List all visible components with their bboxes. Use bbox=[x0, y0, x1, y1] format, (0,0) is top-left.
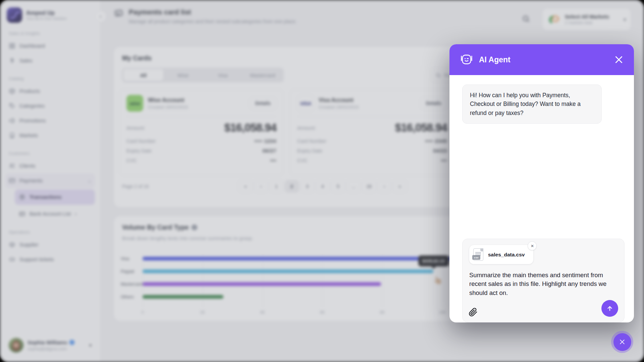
search-icon[interactable] bbox=[522, 15, 530, 23]
sidebar-item-dashboard[interactable]: Dashboard bbox=[5, 39, 95, 53]
pagination-last-button[interactable]: » bbox=[393, 180, 407, 192]
chevron-right-icon: › bbox=[75, 211, 76, 217]
details-button[interactable]: Details bbox=[420, 97, 447, 109]
sidebar-item-promotions[interactable]: Promotions bbox=[5, 113, 95, 128]
sidebar-item-label: Supplier bbox=[19, 242, 39, 248]
tab-all[interactable]: All bbox=[123, 69, 163, 81]
row-value: 04/23 bbox=[433, 148, 447, 154]
sidebar-item-label: Dashboard bbox=[19, 43, 45, 49]
sidebar-subitem-label: Bank Account List bbox=[30, 211, 71, 217]
page-title-icon bbox=[114, 9, 124, 19]
pagination-page-16[interactable]: 16 bbox=[362, 180, 376, 192]
market-logo-icon bbox=[547, 13, 561, 26]
bar-label-visa: Visa bbox=[121, 256, 143, 261]
pagination-page-1[interactable]: 1 bbox=[270, 180, 283, 192]
attachment-chip: csv sales_data.csv ✕ bbox=[469, 245, 533, 264]
user-name: Sophia Williams bbox=[28, 340, 67, 346]
close-icon[interactable] bbox=[614, 55, 624, 65]
tab-visa[interactable]: Visa bbox=[203, 69, 243, 81]
amount-label: Amount: bbox=[126, 125, 145, 131]
pagination-status: Page 2 of 16 bbox=[122, 184, 149, 189]
sidebar-item-clients[interactable]: Clients bbox=[5, 159, 95, 173]
search-icon bbox=[435, 72, 441, 78]
close-icon bbox=[619, 339, 626, 345]
ai-agent-body: Hi! How can I help you with Payments, Ch… bbox=[449, 75, 634, 322]
row-value: ••• bbox=[441, 158, 447, 163]
details-button[interactable]: Details bbox=[250, 97, 276, 109]
sidebar-collapse-button[interactable]: ‹ bbox=[95, 11, 106, 22]
ai-agent-panel: AI Agent Hi! How can I help you with Pay… bbox=[449, 44, 634, 322]
sidebar-item-label: Categories bbox=[19, 103, 45, 109]
remove-attachment-button[interactable]: ✕ bbox=[528, 241, 537, 250]
chart-x-axis: 0 2K 4K 6K 8K 10K bbox=[143, 310, 442, 315]
sidebar-item-support-tickets[interactable]: Support tickets bbox=[5, 252, 95, 267]
sidebar-subitem-transactions[interactable]: Transactions bbox=[15, 189, 95, 205]
supplier-icon bbox=[9, 241, 15, 248]
message-composer[interactable]: csv sales_data.csv ✕ Summarize the main … bbox=[462, 239, 625, 322]
sales-icon bbox=[9, 57, 15, 64]
pagination-page-3[interactable]: 3 bbox=[301, 180, 314, 192]
section-label-operations: Operations bbox=[9, 230, 92, 235]
bar-mastercard[interactable] bbox=[143, 282, 381, 286]
sidebar-item-supplier[interactable]: Supplier bbox=[5, 237, 95, 252]
market-selector-label: Select All Markets bbox=[565, 14, 609, 20]
user-profile[interactable]: Sophia Williams✓ sophia@alignui.com ▾ bbox=[5, 335, 95, 356]
bar-visa[interactable] bbox=[143, 257, 451, 260]
transactions-icon bbox=[19, 194, 25, 200]
sidebar-item-markets[interactable]: Markets bbox=[5, 128, 95, 143]
bar-paypal[interactable] bbox=[143, 269, 433, 273]
pagination-next-button[interactable]: › bbox=[378, 180, 391, 192]
visa-logo: VISA bbox=[297, 95, 314, 112]
row-label: CVC bbox=[297, 158, 308, 163]
amount-label: Amount: bbox=[297, 125, 316, 131]
sidebar-item-label: Products bbox=[19, 88, 40, 94]
page-subtitle: Manage all product categories and their … bbox=[129, 19, 297, 24]
attach-file-icon[interactable] bbox=[469, 308, 478, 317]
sidebar-item-sales[interactable]: Sales bbox=[5, 53, 95, 68]
chevron-down-icon: ▾ bbox=[624, 17, 626, 22]
card-created: Created 19/02/2023 bbox=[319, 105, 359, 110]
chat-input[interactable]: Summarize the main themes and sentiment … bbox=[469, 271, 621, 297]
section-label-sales-insights: Sales & Insights bbox=[9, 31, 92, 36]
pagination-page-4[interactable]: 4 bbox=[316, 180, 329, 192]
payments-icon bbox=[9, 177, 15, 184]
ai-agent-fab[interactable] bbox=[611, 331, 633, 353]
pagination-first-button[interactable]: « bbox=[239, 180, 252, 192]
chevron-down-icon: ▾ bbox=[89, 343, 92, 348]
send-button[interactable] bbox=[601, 300, 618, 317]
sidebar-item-label: Sales bbox=[19, 58, 33, 64]
products-icon bbox=[9, 88, 15, 95]
amount-value: $16,058.94 bbox=[224, 121, 276, 134]
assistant-message: Hi! How can I help you with Payments, Ch… bbox=[462, 84, 602, 124]
row-label: Card Number bbox=[297, 138, 326, 144]
pagination-prev-button[interactable]: ‹ bbox=[254, 180, 268, 192]
row-label: Expiry Date bbox=[126, 148, 152, 154]
row-value: •••• 2345 bbox=[425, 138, 447, 144]
sidebar-item-label: Clients bbox=[19, 163, 35, 169]
pagination-page-2[interactable]: 2 bbox=[285, 180, 299, 192]
row-label: CVC bbox=[126, 158, 137, 163]
tooltip-tail bbox=[431, 266, 436, 272]
row-label: Expiry Date bbox=[297, 148, 322, 154]
categories-icon bbox=[9, 103, 15, 109]
brand-logo bbox=[7, 7, 22, 23]
sidebar-item-categories[interactable]: Categories bbox=[5, 99, 95, 113]
sidebar-subitem-bank-account-list[interactable]: Bank Account List › bbox=[15, 206, 95, 222]
sidebar-item-label: Markets bbox=[19, 132, 38, 138]
pagination-ellipsis[interactable]: ... bbox=[347, 180, 360, 192]
sidebar-item-products[interactable]: Products bbox=[5, 84, 95, 99]
chart-title: Volume By Card Type bbox=[122, 224, 189, 231]
info-icon[interactable]: i bbox=[192, 225, 197, 230]
sidebar-item-payments[interactable]: Payments ⌄ bbox=[5, 173, 95, 188]
card-name: Visa Account bbox=[319, 97, 359, 103]
tab-mastercard[interactable]: Mastercard bbox=[243, 69, 283, 81]
tooltip-value: $439,82.22 bbox=[418, 255, 449, 266]
sidebar-item-label: Promotions bbox=[19, 118, 46, 124]
market-selector[interactable]: Select All Markets 2 markets total ▾ bbox=[543, 9, 631, 30]
pagination-page-5[interactable]: 5 bbox=[331, 180, 345, 192]
attachment-filename: sales_data.csv bbox=[488, 252, 525, 258]
tab-wise[interactable]: Wise bbox=[163, 69, 203, 81]
card-type-tabs: All Wise Visa Mastercard bbox=[122, 68, 284, 82]
ai-agent-title: AI Agent bbox=[479, 55, 511, 64]
bar-others[interactable] bbox=[143, 295, 223, 299]
